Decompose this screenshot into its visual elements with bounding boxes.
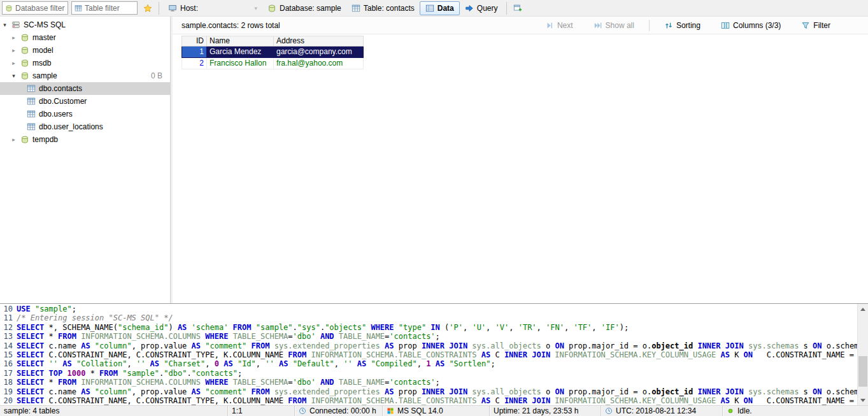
sql-log-line: 16SELECT '' AS "Collation", '' AS "Chars… [0,359,857,368]
chevron-down-icon: ▾ [254,5,257,11]
cell-id[interactable]: 2 [181,58,207,69]
scroll-up-arrow[interactable] [858,304,868,314]
table-icon [352,4,360,13]
cell-name[interactable]: Garcia Mendez [207,47,274,58]
columns-label: Columns (3/3) [733,21,781,30]
status-text: MS SQL 14.0 [397,406,443,415]
table-row[interactable]: 1 Garcia Mendez garcia@company.com [181,47,364,58]
next-icon [545,21,554,30]
column-header-address[interactable]: Address [274,36,364,47]
columns-button[interactable]: Columns (3/3) [715,20,786,31]
filter-icon [801,21,810,30]
sql-log-line: 15SELECT C.CONSTRAINT_NAME, C.CONSTRAINT… [0,350,857,359]
data-grid-icon [425,4,434,13]
tree-node-database-tempdb[interactable]: ▸ tempdb [0,133,170,146]
new-query-tab-button[interactable] [511,1,525,15]
sql-log-line: 10USE "sample"; [0,305,857,313]
cell-address[interactable]: garcia@company.com [274,47,364,58]
table-filter-input[interactable] [85,4,134,13]
cell-name[interactable]: Francisco Hallon [207,58,274,69]
show-all-button[interactable]: Show all [588,20,640,31]
status-text: sample: 4 tables [4,406,59,415]
sql-log-line: 14SELECT c.name AS "column", prop.value … [0,341,857,350]
scroll-down-arrow[interactable] [858,395,868,405]
status-text: UTC: 2018-08-21 12:34 [616,406,696,415]
show-all-icon [594,21,602,30]
tree-node-table-customer[interactable]: dbo.Customer [0,95,170,108]
status-idle: Idle. [723,406,868,416]
filter-button[interactable]: Filter [795,20,836,31]
expander-closed-icon[interactable]: ▸ [10,34,17,41]
sorting-button[interactable]: Sorting [658,20,706,31]
column-header-id[interactable]: ID [181,36,207,47]
database-filter-input[interactable] [15,4,65,13]
scrollbar-track[interactable] [858,314,868,395]
tab-query[interactable]: Query [460,1,503,15]
tree-node-database-master[interactable]: ▸ master [0,31,170,44]
status-text: Uptime: 21 days, 23:53 h [494,406,578,415]
data-grid: ID Name Address 1 Garcia Mendez garcia@c… [181,36,364,69]
tree-node-database-sample[interactable]: ▾ sample 0 B [0,69,170,82]
tab-data-label: Data [438,4,454,13]
expander-open-icon[interactable]: ▾ [1,22,8,28]
windows-logo-icon [387,407,394,415]
database-filter-icon [5,4,13,12]
next-button[interactable]: Next [539,20,579,31]
tree-node-label: model [32,46,53,55]
tab-table[interactable]: Table: contacts [346,1,420,15]
host-icon [168,4,177,13]
tab-database[interactable]: Database: sample [262,1,346,15]
status-connected-time: Connected: 00:00 h [295,406,383,416]
tree-node-session[interactable]: ▾ SC-MS SQL [0,18,170,31]
cell-address[interactable]: fra.hal@yahoo.com [274,58,364,69]
tree-node-database-model[interactable]: ▸ model [0,44,170,57]
tab-host-label: Host: [180,4,198,13]
database-icon [20,135,29,144]
status-bar: sample: 4 tables 1:1 Connected: 00:00 h … [0,405,868,416]
sql-log-line: 11/* Entering session "SC-MS SQL" */ [0,313,857,322]
tree-node-table-contacts[interactable]: dbo.contacts [0,82,170,95]
table-icon [27,97,36,106]
tab-host[interactable]: Host: ▾ [163,1,262,15]
status-tables-count: sample: 4 tables [0,406,228,416]
tab-data[interactable]: Data [420,1,460,15]
sql-log-scrollbar[interactable] [857,304,868,405]
tab-database-label: Database: sample [280,4,341,13]
scrollbar-thumb[interactable] [858,356,867,387]
expander-closed-icon[interactable]: ▸ [10,47,17,54]
favorites-star-icon[interactable] [141,1,155,15]
sorting-label: Sorting [676,21,701,30]
show-all-label: Show all [606,21,634,30]
database-icon [267,4,276,13]
database-icon [20,33,29,42]
data-toolbar: sample.contacts: 2 rows total Next Show … [173,17,868,34]
database-filter-box [2,1,68,15]
database-size-badge: 0 B [151,71,170,80]
columns-icon [721,21,730,30]
toolbar-separator [159,2,159,15]
database-icon [20,71,29,80]
expander-closed-icon[interactable]: ▸ [10,136,17,143]
table-row[interactable]: 2 Francisco Hallon fra.hal@yahoo.com [181,58,364,69]
database-icon [20,46,29,55]
toolbar-separator [506,2,507,15]
body-row: ▾ SC-MS SQL ▸ master ▸ model ▸ msdb ▾ [0,17,868,303]
tree-node-table-users[interactable]: dbo.users [0,108,170,120]
sql-log-line: 19SELECT c.name AS "column", prop.value … [0,387,857,396]
status-text: 1:1 [232,406,243,415]
column-header-name[interactable]: Name [207,36,274,47]
expander-open-icon[interactable]: ▾ [10,73,17,79]
tree-node-database-msdb[interactable]: ▸ msdb [0,57,170,69]
tree-node-label: dbo.Customer [39,97,87,106]
new-query-tab-icon [513,4,522,13]
sql-log-line: 20SELECT C.CONSTRAINT_NAME, C.CONSTRAINT… [0,396,857,405]
tree-node-label: dbo.user_locations [39,122,103,131]
cell-id[interactable]: 1 [181,47,207,58]
expander-closed-icon[interactable]: ▸ [10,60,17,66]
tree-node-table-user-locations[interactable]: dbo.user_locations [0,120,170,133]
next-label: Next [557,21,573,30]
sql-log-panel: 10USE "sample";11/* Entering session "SC… [0,303,868,405]
status-utc-time: UTC: 2018-08-21 12:34 [601,406,723,416]
clock-icon [299,407,306,415]
tree-node-label: dbo.contacts [39,84,82,93]
